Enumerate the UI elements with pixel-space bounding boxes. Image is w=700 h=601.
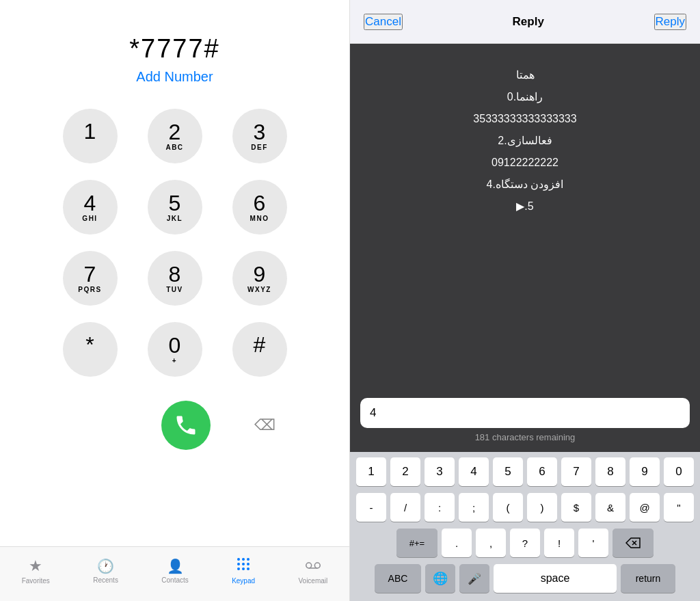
tab-keypad-label: Keypad (232, 577, 255, 585)
key-7[interactable]: 7 PQRS (63, 251, 118, 306)
key-2[interactable]: 2 ABC (148, 109, 202, 163)
dialer-actions: ⌫ (0, 401, 349, 450)
chars-remaining: 181 characters remaining (360, 432, 690, 442)
svg-point-1 (242, 558, 245, 561)
key-hash[interactable]: # (232, 322, 287, 377)
reply-send-button[interactable]: Reply (654, 14, 686, 30)
key-3[interactable]: 3 DEF (232, 109, 287, 163)
dialer-panel: *7777# Add Number 1 2 ABC 3 DEF 4 GHI 5 … (0, 0, 349, 601)
kb-mic-button[interactable]: 🎤 (459, 564, 489, 593)
kb-colon[interactable]: : (425, 493, 455, 522)
kb-globe-button[interactable]: 🌐 (425, 564, 455, 593)
delete-button[interactable]: ⌫ (252, 412, 279, 439)
voicemail-icon (306, 557, 321, 575)
add-number-link[interactable]: Add Number (136, 69, 213, 85)
tab-recents[interactable]: 🕐 Recents (93, 558, 118, 584)
kb-numpad-toggle[interactable]: #+= (396, 529, 438, 557)
kb-apos[interactable]: ' (578, 529, 608, 557)
key-5[interactable]: 5 JKL (148, 180, 202, 235)
backspace-icon (625, 537, 641, 548)
tab-voicemail-label: Voicemail (298, 577, 327, 585)
kb-at[interactable]: @ (630, 493, 660, 522)
svg-point-2 (247, 558, 250, 561)
tab-contacts[interactable]: 👤 Contacts (161, 558, 188, 584)
cancel-button[interactable]: Cancel (364, 14, 403, 30)
kb-period[interactable]: . (442, 529, 472, 557)
key-4[interactable]: 4 GHI (63, 180, 118, 235)
kb-2[interactable]: 2 (390, 457, 420, 486)
keypad-grid: 1 2 ABC 3 DEF 4 GHI 5 JKL 6 MNO 7 PQRS (53, 105, 297, 380)
kb-exclaim[interactable]: ! (544, 529, 574, 557)
reply-header: Cancel Reply Reply (350, 0, 700, 44)
keyboard: 1 2 3 4 5 6 7 8 9 0 - / : ; ( ) $ & @ " … (350, 452, 700, 601)
key-6[interactable]: 6 MNO (232, 180, 287, 235)
kb-space-button[interactable]: space (494, 564, 617, 593)
reply-content: همتا راهنما.0 35333333333333333 فعالسازی… (350, 44, 700, 391)
kb-3[interactable]: 3 (425, 457, 455, 486)
kb-0[interactable]: 0 (664, 457, 694, 486)
kb-comma[interactable]: , (476, 529, 506, 557)
key-0[interactable]: 0 + (148, 322, 202, 377)
kb-amp[interactable]: & (595, 493, 625, 522)
kb-question[interactable]: ? (510, 529, 540, 557)
kb-9[interactable]: 9 (630, 457, 660, 486)
key-1[interactable]: 1 (63, 109, 118, 163)
kb-row-syms2: #+= . , ? ! ' (353, 529, 697, 557)
tab-favorites[interactable]: ★ Favorites (22, 557, 50, 585)
svg-point-5 (247, 563, 250, 565)
contacts-icon: 👤 (167, 558, 184, 574)
reply-input-area: 181 characters remaining (350, 391, 700, 452)
kb-quote[interactable]: " (664, 493, 694, 522)
kb-abc-button[interactable]: ABC (375, 564, 421, 593)
kb-slash[interactable]: / (390, 493, 420, 522)
reply-header-title: Reply (513, 15, 544, 29)
kb-4[interactable]: 4 (459, 457, 489, 486)
kb-rparen[interactable]: ) (527, 493, 557, 522)
kb-semicolon[interactable]: ; (459, 493, 489, 522)
kb-8[interactable]: 8 (595, 457, 625, 486)
svg-point-8 (247, 567, 250, 570)
svg-point-6 (237, 567, 240, 570)
call-button[interactable] (161, 401, 211, 450)
svg-point-3 (237, 563, 240, 565)
keypad-icon (236, 557, 251, 575)
tab-voicemail[interactable]: Voicemail (298, 557, 327, 585)
reply-input-field[interactable] (360, 398, 690, 428)
key-9[interactable]: 9 WXYZ (232, 251, 287, 306)
svg-point-10 (314, 563, 320, 568)
kb-return-button[interactable]: return (621, 564, 675, 593)
kb-dollar[interactable]: $ (561, 493, 591, 522)
tab-contacts-label: Contacts (161, 576, 188, 584)
tab-favorites-label: Favorites (22, 577, 50, 585)
recents-icon: 🕐 (97, 558, 114, 574)
tab-recents-label: Recents (93, 576, 118, 584)
kb-delete-icon[interactable] (612, 529, 654, 557)
phone-icon (174, 413, 198, 438)
dialer-display: *7777# (129, 34, 219, 64)
kb-dash[interactable]: - (356, 493, 386, 522)
kb-lparen[interactable]: ( (493, 493, 523, 522)
kb-row-numbers: 1 2 3 4 5 6 7 8 9 0 (353, 457, 697, 486)
svg-point-7 (242, 567, 245, 570)
reply-message-text: همتا راهنما.0 35333333333333333 فعالسازی… (473, 64, 576, 217)
svg-point-0 (237, 558, 240, 561)
key-8[interactable]: 8 TUV (148, 251, 202, 306)
kb-row-syms1: - / : ; ( ) $ & @ " (353, 493, 697, 522)
favorites-icon: ★ (29, 557, 42, 575)
kb-6[interactable]: 6 (527, 457, 557, 486)
reply-panel: Cancel Reply Reply همتا راهنما.0 3533333… (349, 0, 700, 601)
kb-row-bottom: ABC 🌐 🎤 space return (353, 564, 697, 593)
tab-bar: ★ Favorites 🕐 Recents 👤 Contacts Keypad (0, 546, 349, 601)
placeholder-left (71, 401, 120, 450)
tab-keypad[interactable]: Keypad (232, 557, 255, 585)
kb-5[interactable]: 5 (493, 457, 523, 486)
kb-7[interactable]: 7 (561, 457, 591, 486)
kb-1[interactable]: 1 (356, 457, 386, 486)
key-star[interactable]: * (63, 322, 118, 377)
svg-point-9 (306, 563, 312, 568)
svg-point-4 (242, 563, 245, 565)
